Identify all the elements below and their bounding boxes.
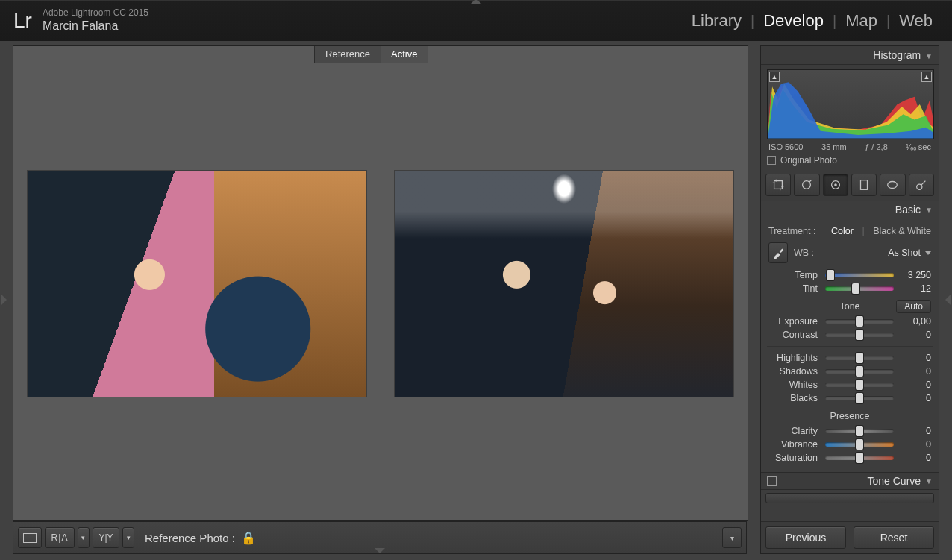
slider-temp[interactable]: Temp 3 250 <box>761 268 939 282</box>
slider-value[interactable]: 0 <box>901 380 931 390</box>
slider-track[interactable] <box>825 456 894 460</box>
module-map[interactable]: Map <box>841 11 882 31</box>
slider-highlights[interactable]: Highlights 0 <box>761 351 939 365</box>
module-separator: | <box>746 13 759 30</box>
histogram-graph[interactable]: ▲ ▲ <box>767 69 934 139</box>
reference-photo[interactable] <box>28 171 366 397</box>
slider-value[interactable]: 0 <box>901 330 931 340</box>
panel-switch-icon[interactable] <box>767 476 777 486</box>
slider-knob-icon[interactable] <box>856 316 863 327</box>
wb-label: WB : <box>794 248 814 258</box>
slider-label: Whites <box>768 380 818 390</box>
right-panel-toggle-icon[interactable] <box>945 295 951 305</box>
slider-value[interactable]: – 12 <box>901 283 931 294</box>
slider-knob-icon[interactable] <box>856 453 863 463</box>
active-pane[interactable]: Active <box>381 46 748 520</box>
slider-contrast[interactable]: Contrast 0 <box>761 328 939 342</box>
basic-title: Basic <box>895 204 921 215</box>
module-develop[interactable]: Develop <box>759 11 828 31</box>
treatment-bw[interactable]: Black & White <box>873 226 931 236</box>
right-panel: Histogram ▼ ▲ ▲ ISO 5600 35 mm ƒ / 2,8 ¹… <box>760 45 939 554</box>
previous-reset-row: Previous Reset <box>761 521 939 553</box>
slider-label: Exposure <box>768 316 818 327</box>
filmstrip-toggle-icon[interactable] <box>375 548 385 553</box>
presence-subhead: Presence <box>761 408 939 424</box>
slider-tint[interactable]: Tint – 12 <box>761 282 939 295</box>
basic-header[interactable]: Basic ▼ <box>761 201 939 218</box>
slider-knob-icon[interactable] <box>856 426 863 436</box>
slider-value[interactable]: 0 <box>901 426 931 436</box>
bottom-toolbar: R|A ▾ Y|Y ▾ Reference Photo : 🔒 ▾ <box>13 521 747 554</box>
slider-value[interactable]: 0 <box>901 353 931 363</box>
slider-exposure[interactable]: Exposure 0,00 <box>761 315 939 328</box>
slider-clarity[interactable]: Clarity 0 <box>761 424 939 438</box>
lock-icon[interactable]: 🔒 <box>241 531 256 545</box>
active-photo[interactable] <box>395 171 733 397</box>
module-web[interactable]: Web <box>895 11 937 31</box>
slider-value[interactable]: 0 <box>901 393 931 403</box>
wb-preset-dropdown[interactable]: As Shot <box>888 248 931 258</box>
slider-track[interactable] <box>825 286 894 291</box>
loupe-view-button[interactable] <box>18 527 42 548</box>
reset-button[interactable]: Reset <box>854 526 934 549</box>
checkbox-icon[interactable] <box>767 156 776 165</box>
module-library[interactable]: Library <box>687 11 746 31</box>
slider-track[interactable] <box>825 396 894 400</box>
slider-track[interactable] <box>825 333 894 337</box>
slider-track[interactable] <box>825 383 894 387</box>
spot-removal-tool-icon[interactable] <box>794 174 819 196</box>
slider-blacks[interactable]: Blacks 0 <box>761 391 939 405</box>
slider-value[interactable]: 0 <box>901 453 931 463</box>
graduated-filter-tool-icon[interactable] <box>851 174 877 196</box>
slider-knob-icon[interactable] <box>856 380 863 390</box>
slider-whites[interactable]: Whites 0 <box>761 378 939 391</box>
slider-knob-icon[interactable] <box>856 330 863 340</box>
module-separator: | <box>828 13 841 30</box>
crop-tool-icon[interactable] <box>765 174 791 196</box>
radial-filter-tool-icon[interactable] <box>880 174 905 196</box>
slider-track[interactable] <box>825 356 894 360</box>
slider-value[interactable]: 0 <box>901 439 931 450</box>
tone-curve-title: Tone Curve <box>868 475 921 487</box>
treatment-color[interactable]: Color <box>831 226 854 236</box>
slider-value[interactable]: 3 250 <box>901 270 931 280</box>
slider-label: Tint <box>768 283 818 294</box>
reference-pane[interactable]: Reference <box>13 46 381 520</box>
slider-track[interactable] <box>825 319 894 324</box>
toolbar-menu-icon[interactable]: ▾ <box>722 527 742 548</box>
slider-track[interactable] <box>825 442 894 447</box>
slider-track[interactable] <box>825 429 894 433</box>
histogram-header[interactable]: Histogram ▼ <box>761 46 939 65</box>
adjustment-brush-tool-icon[interactable] <box>909 174 934 196</box>
reference-view-ra-button[interactable]: R|A <box>45 527 75 548</box>
slider-value[interactable]: 0 <box>901 366 931 377</box>
auto-tone-button[interactable]: Auto <box>896 300 931 313</box>
tone-curve-header[interactable]: Tone Curve ▼ <box>761 473 939 490</box>
slider-knob-icon[interactable] <box>856 439 863 450</box>
left-panel-toggle-icon[interactable] <box>1 295 7 305</box>
treatment-row: Treatment : Color | Black & White <box>761 221 939 239</box>
top-panel-toggle-icon[interactable] <box>468 0 484 6</box>
slider-vibrance[interactable]: Vibrance 0 <box>761 438 939 451</box>
before-after-yy-menu-icon[interactable]: ▾ <box>122 527 134 548</box>
slider-track[interactable] <box>825 273 894 277</box>
reference-view-ra-menu-icon[interactable]: ▾ <box>78 527 90 548</box>
slider-knob-icon[interactable] <box>856 366 863 377</box>
original-photo-toggle[interactable]: Original Photo <box>767 155 933 166</box>
slider-knob-icon[interactable] <box>856 353 863 363</box>
lightroom-logo-icon: Lr <box>13 9 32 33</box>
slider-knob-icon[interactable] <box>856 393 863 403</box>
slider-label: Vibrance <box>768 439 818 450</box>
histogram-panel: ▲ ▲ ISO 5600 35 mm ƒ / 2,8 ¹⁄₆₀ sec Orig… <box>761 65 939 169</box>
module-separator: | <box>882 13 895 30</box>
slider-shadows[interactable]: Shadows 0 <box>761 365 939 378</box>
slider-track[interactable] <box>825 369 894 374</box>
wb-dropper-tool-icon[interactable] <box>768 242 788 263</box>
previous-button[interactable]: Previous <box>765 526 846 549</box>
before-after-yy-button[interactable]: Y|Y <box>93 527 119 548</box>
redeye-tool-icon[interactable] <box>823 174 848 196</box>
slider-knob-icon[interactable] <box>827 270 834 280</box>
slider-saturation[interactable]: Saturation 0 <box>761 451 939 465</box>
slider-knob-icon[interactable] <box>852 283 859 294</box>
slider-value[interactable]: 0,00 <box>901 316 931 327</box>
